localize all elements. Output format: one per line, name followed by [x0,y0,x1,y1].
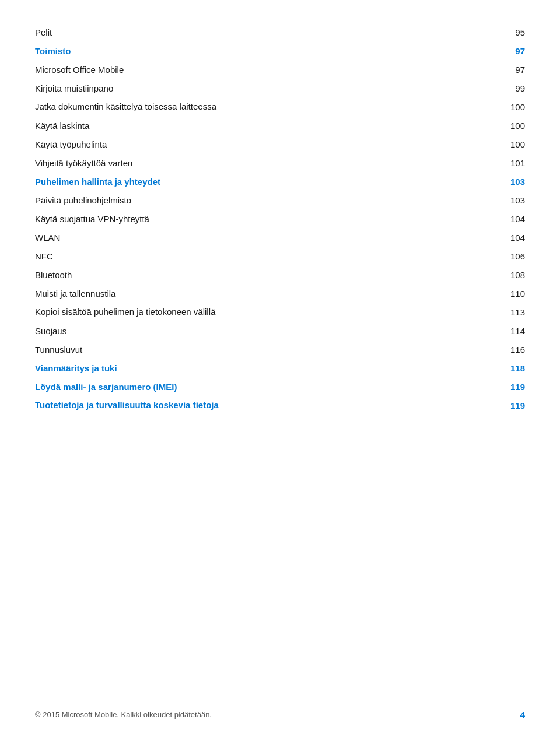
toc-entry-label: Vianmääritys ja tuki [35,359,378,378]
toc-entry-page: 100 [378,98,525,117]
toc-row: Kirjoita muistiinpano99 [35,79,525,98]
toc-entry-page: 104 [378,229,525,247]
toc-row: Käytä laskinta100 [35,117,525,135]
toc-row: Pelit95 [35,23,525,42]
toc-entry-page: 118 [378,359,525,378]
toc-row: WLAN104 [35,229,525,247]
toc-row: Bluetooth108 [35,266,525,285]
toc-entry-label: Tunnusluvut [35,341,378,359]
toc-entry-page: 97 [378,61,525,79]
toc-entry-label: Käytä laskinta [35,117,378,135]
toc-entry-label: Toimisto [35,42,378,61]
toc-entry-page: 119 [378,378,525,396]
toc-entry-label: Vihjeitä työkäyttöä varten [35,154,378,173]
toc-entry-page: 106 [378,247,525,266]
toc-row: Puhelimen hallinta ja yhteydet103 [35,173,525,191]
toc-entry-label: Päivitä puhelinohjelmisto [35,191,378,210]
toc-entry-page: 100 [378,135,525,154]
toc-entry-page: 108 [378,266,525,285]
footer-copyright: © 2015 Microsoft Mobile. Kaikki oikeudet… [35,710,212,719]
toc-entry-page: 100 [378,117,525,135]
toc-row: Käytä suojattua VPN-yhteyttä104 [35,210,525,229]
toc-entry-label: Tuotetietoja ja turvallisuutta koskevia … [35,396,378,415]
toc-entry-label: Microsoft Office Mobile [35,61,378,79]
toc-entry-label: Kirjoita muistiinpano [35,79,378,98]
toc-entry-page: 104 [378,210,525,229]
toc-entry-label: Jatka dokumentin käsittelyä toisessa lai… [35,98,378,117]
toc-entry-label: Pelit [35,23,378,42]
toc-entry-label: Löydä malli- ja sarjanumero (IMEI) [35,378,378,396]
toc-entry-label: Kopioi sisältöä puhelimen ja tietokoneen… [35,303,378,322]
page-footer: © 2015 Microsoft Mobile. Kaikki oikeudet… [0,710,560,720]
toc-entry-page: 97 [378,42,525,61]
toc-entry-page: 99 [378,79,525,98]
toc-row: NFC106 [35,247,525,266]
toc-entry-label: Käytä työpuhelinta [35,135,378,154]
toc-entry-page: 103 [378,191,525,210]
toc-entry-label: Bluetooth [35,266,378,285]
footer-page-number: 4 [520,710,525,720]
toc-table: Pelit95Toimisto97Microsoft Office Mobile… [35,23,525,415]
toc-row: Suojaus114 [35,322,525,341]
toc-entry-page: 101 [378,154,525,173]
toc-entry-page: 103 [378,173,525,191]
toc-entry-page: 116 [378,341,525,359]
toc-entry-page: 95 [378,23,525,42]
toc-row: Microsoft Office Mobile97 [35,61,525,79]
toc-row: Muisti ja tallennustila110 [35,285,525,303]
toc-row: Vihjeitä työkäyttöä varten101 [35,154,525,173]
toc-entry-page: 110 [378,285,525,303]
toc-row: Päivitä puhelinohjelmisto103 [35,191,525,210]
toc-row: Vianmääritys ja tuki118 [35,359,525,378]
toc-entry-label: Puhelimen hallinta ja yhteydet [35,173,378,191]
toc-row: Tunnusluvut116 [35,341,525,359]
toc-row: Käytä työpuhelinta100 [35,135,525,154]
toc-entry-label: Käytä suojattua VPN-yhteyttä [35,210,378,229]
toc-entry-label: Muisti ja tallennustila [35,285,378,303]
toc-row: Kopioi sisältöä puhelimen ja tietokoneen… [35,303,525,322]
toc-row: Löydä malli- ja sarjanumero (IMEI)119 [35,378,525,396]
toc-row: Jatka dokumentin käsittelyä toisessa lai… [35,98,525,117]
toc-entry-page: 119 [378,396,525,415]
toc-row: Tuotetietoja ja turvallisuutta koskevia … [35,396,525,415]
toc-entry-page: 113 [378,303,525,322]
toc-entry-label: WLAN [35,229,378,247]
toc-entry-label: Suojaus [35,322,378,341]
toc-entry-label: NFC [35,247,378,266]
page-content: Pelit95Toimisto97Microsoft Office Mobile… [0,0,560,462]
toc-row: Toimisto97 [35,42,525,61]
toc-entry-page: 114 [378,322,525,341]
